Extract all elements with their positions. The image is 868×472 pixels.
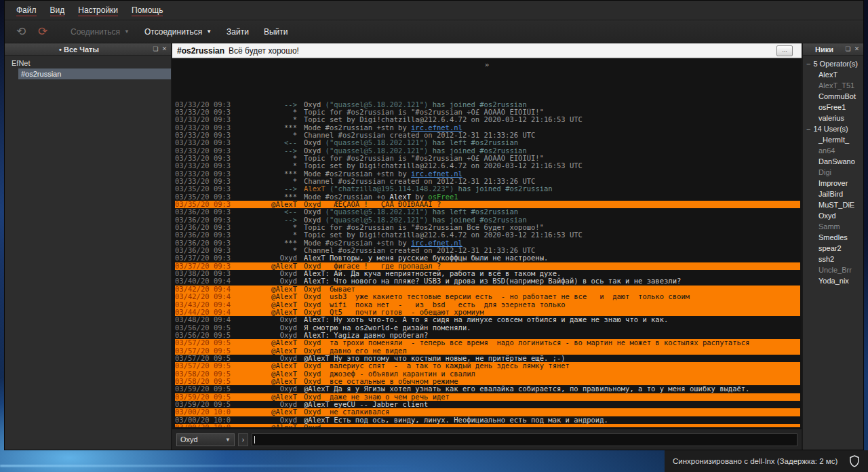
input-bar: Oxyd ▼ › <box>172 429 802 450</box>
nick-item[interactable]: Digi <box>803 167 863 178</box>
server-link[interactable]: irc.efnet.nl <box>411 170 462 178</box>
chat-text-segment: @AlexT <box>271 378 297 385</box>
chat-line: 03/33/20 09:3***Mode #os2russian +stn by… <box>175 170 800 178</box>
chat-text-segment: AlexT: Ну хоть что-то. А то я сидя на ли… <box>304 316 668 323</box>
chat-text-segment: Oxyd ÆÉÇÁÓÅ ! ÇÄÅ ÐÒÏÐÁÄÁÌ ? <box>304 201 441 208</box>
channel-list: #os2russian <box>5 68 171 79</box>
nick-item[interactable]: CommuBot <box>803 91 863 102</box>
chat-text-segment: Oxyd бывает <box>304 286 355 293</box>
nick-item[interactable]: Yoda_nix <box>803 275 863 286</box>
toolbar-button-Зайти[interactable]: Зайти <box>220 24 255 40</box>
history-forward-icon[interactable]: ⟳ <box>33 22 52 41</box>
nick-group-label[interactable]: −14 User(s) <box>803 123 863 134</box>
chat-line: 03/44/20 09:4@AlexTOxyd Qt5 почти готов … <box>175 309 800 316</box>
nick-item[interactable]: JailBird <box>803 189 863 199</box>
chat-text-segment: @AlexT <box>271 339 297 347</box>
close-panel-icon[interactable]: ✕ <box>852 44 861 54</box>
chat-text-segment: ("chatzilla@195.114.148.223") <box>330 185 458 193</box>
nick-selector[interactable]: Oxyd ▼ <box>176 433 235 446</box>
nick-item[interactable]: _HermIt_ <box>803 134 863 145</box>
float-panel-icon[interactable]: ❏ <box>151 44 160 54</box>
nick-item[interactable]: MuST_DiE <box>803 199 863 210</box>
nick-item[interactable]: Samm <box>803 221 863 232</box>
menu-item-Настройки[interactable]: Настройки <box>72 3 124 18</box>
chevron-down-icon: ▼ <box>225 437 231 443</box>
nick-item[interactable]: an64 <box>803 145 863 156</box>
chat-text-segment: ("quassel@5.18.202.121") <box>326 139 433 146</box>
menu-item-Файл[interactable]: Файл <box>10 3 43 18</box>
nick-item[interactable]: spear2 <box>803 243 863 254</box>
chat-text-segment: Oxyd <box>280 332 297 339</box>
chat-text-segment: AlexT: Ай. Да куча неприятностей, работа… <box>304 270 561 277</box>
chat-text-segment: @AlexT Да я у Ягизы хотел узнать как его… <box>304 385 749 393</box>
chat-text-segment: has left #os2russian <box>433 208 518 216</box>
chat-text-segment: * <box>293 155 297 162</box>
server-link[interactable]: irc.efnet.nl <box>411 124 462 132</box>
chat-text-segment: Topic for #os2russian is "#os2russian Вс… <box>304 224 544 231</box>
chat-text-segment: @AlexT <box>271 362 297 370</box>
chat-text-segment: Oxyd даже не знаю о чем речь идет <box>304 393 450 401</box>
expand-input-button[interactable]: › <box>238 433 248 446</box>
chat-line: 03/33/20 09:3*Topic for #os2russian is "… <box>175 155 800 162</box>
chat-line: 03/33/20 09:3<--Oxyd ("quassel@5.18.202.… <box>175 139 800 146</box>
chat-text-segment: Oxyd <box>280 416 297 424</box>
chat-text-segment: @AlexT <box>271 347 297 355</box>
chat-text-segment: *** <box>284 239 297 247</box>
network-item[interactable]: EfNet <box>5 58 171 68</box>
chat-text-segment: * <box>293 109 297 116</box>
chat-line: 03/36/20 09:3***Mode #os2russian +stn by… <box>175 239 800 247</box>
security-shield-icon[interactable] <box>849 455 860 467</box>
nick-item[interactable]: Oxyd <box>803 210 863 221</box>
chat-line: 03/48/20 09:4OxydAlexT: Ну хоть что-то. … <box>175 316 800 323</box>
server-link[interactable]: irc.efnet.nl <box>411 239 462 247</box>
toolbar-button-Отсоединиться[interactable]: Отсоединиться▼ <box>138 24 218 40</box>
chat-text-segment: <-- <box>284 208 297 216</box>
chat-text-segment: AlexT Повторы, у меня русские букоффцы б… <box>304 254 548 262</box>
menu-item-Помощь[interactable]: Помощь <box>125 3 169 18</box>
nick-item[interactable]: DanSwano <box>803 156 863 167</box>
chat-text-segment: AlexT: Yagiza давно пробегал? <box>304 332 428 339</box>
nick-item[interactable]: Improver <box>803 178 863 189</box>
chat-text-segment: Oxyd <box>304 424 321 427</box>
channel-item[interactable]: #os2russian <box>18 68 171 79</box>
chat-line: 03/33/20 09:3*Topic set by Digi!chatzill… <box>175 162 800 170</box>
topic-more-button[interactable]: ... <box>776 45 793 56</box>
history-back-icon[interactable]: ⟲ <box>12 22 31 41</box>
chat-text-segment: AlexT <box>389 193 411 201</box>
chat-text-segment: @AlexT <box>271 286 297 293</box>
nick-item[interactable]: valerius <box>803 113 863 123</box>
chat-text-segment: Oxyd валериус спят - а так то каждый ден… <box>304 362 570 370</box>
chat-line: 03/33/20 09:3*Channel #os2russian create… <box>175 178 800 185</box>
message-input[interactable] <box>252 433 797 446</box>
chat-text-segment: * <box>293 116 297 123</box>
chat-text-segment: Topic for #os2russian is "#os2russian ÷Ó… <box>304 109 544 116</box>
nick-item[interactable]: AlexT_T51 <box>803 80 863 91</box>
backlog-marker: » <box>485 60 490 69</box>
chat-line: 03/37/20 09:3OxydAlexT Повторы, у меня р… <box>175 254 800 262</box>
nick-item[interactable]: AlexT <box>803 69 863 80</box>
chat-view[interactable]: » 03/33/20 09:3-->Oxyd ("quassel@5.18.20… <box>172 58 802 429</box>
toolbar: ⟲⟳Соединиться▼Отсоединиться▼ЗайтиВыйти <box>5 20 863 43</box>
chat-line: 03/36/20 09:3*Topic set by Digi!chatzill… <box>175 231 800 239</box>
nick-item[interactable]: Smedles <box>803 232 863 243</box>
chat-line: 03/58/20 09:5@AlexTOxyd джозеф - объявил… <box>175 370 800 378</box>
chat-text-segment: Oxyd <box>304 208 326 216</box>
chat-text-segment: Mode #os2russian +stn by <box>304 170 411 178</box>
float-panel-icon[interactable]: ❏ <box>844 44 852 54</box>
chat-list-header[interactable]: • Все Чаты ❏ ✕ <box>5 43 171 56</box>
menu-item-Вид[interactable]: Вид <box>44 3 71 18</box>
nick-item[interactable]: ssh2 <box>803 254 863 264</box>
nick-panel-header[interactable]: Ники ❏ ✕ <box>803 43 863 56</box>
close-panel-icon[interactable]: ✕ <box>160 44 169 54</box>
nick-item[interactable]: Uncle_Brr <box>803 264 863 275</box>
chat-text-segment: ("quassel@5.18.202.121") <box>326 208 433 216</box>
chat-text-segment: Я смотрю на os2world-е дизайн поменяли. <box>304 324 471 332</box>
chat-text-segment: @AlexT <box>271 262 297 270</box>
chat-text-segment: Oxyd Qt5 почти готов - обещают хромиум <box>304 309 484 316</box>
chat-line: 03/35/20 09:3-->AlexT ("chatzilla@195.11… <box>175 185 800 193</box>
chat-text-segment: Channel #os2russian created on 2012-12-3… <box>304 247 535 254</box>
chat-line: 03/57/20 09:5@AlexTOxyd та трохи поменял… <box>175 339 800 347</box>
nick-group-label[interactable]: −5 Operator(s) <box>803 58 863 69</box>
nick-item[interactable]: osFree1 <box>803 102 863 113</box>
toolbar-button-Выйти[interactable]: Выйти <box>258 24 294 40</box>
